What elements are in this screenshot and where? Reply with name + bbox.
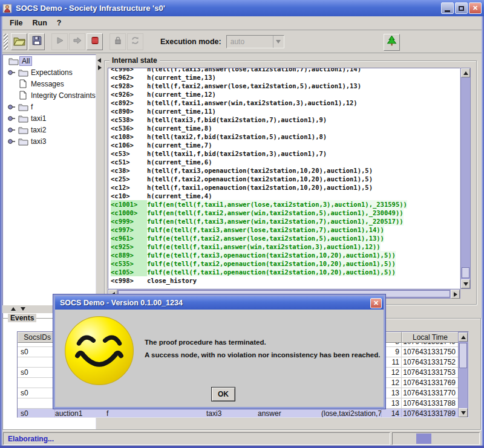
title-bar[interactable]: SOCS Demo - Society Infrastructure 's0' … — [0, 0, 484, 16]
cell-local-time: 1076431331752 — [402, 357, 459, 368]
table-row[interactable]: s0auction1ftaxi3answer(lose,taxi2station… — [18, 409, 459, 418]
log-line: <c536>h(current_time,8) — [111, 124, 460, 132]
scroll-right-button[interactable] — [451, 290, 460, 299]
folder-icon — [17, 126, 29, 134]
collapse-left-icon[interactable] — [97, 58, 101, 63]
column-header-socsids[interactable]: SocsIDs — [18, 332, 55, 343]
dialog-title-bar[interactable]: SOCS Demo - Version 0.1.00_1234 ✕ — [55, 296, 384, 310]
scroll-up-button[interactable] — [459, 333, 468, 342]
menu-file[interactable]: File — [5, 18, 28, 28]
tree-item-label: taxi1 — [29, 114, 48, 123]
execution-mode-value: auto — [227, 37, 273, 46]
tree-item-expectations[interactable]: Expectations — [3, 67, 96, 78]
tree-item-taxi1[interactable]: taxi1 — [3, 112, 96, 124]
log-line-tag: <c928> — [111, 82, 147, 90]
save-button[interactable] — [28, 33, 45, 50]
window-border-right — [482, 16, 484, 448]
cell-local-time: 1076431331749 — [402, 343, 459, 347]
execution-mode-combo[interactable]: auto — [226, 35, 284, 48]
cell-local-time: 1076431331750 — [402, 347, 459, 357]
log-line-tag: <c535> — [111, 259, 147, 268]
maximize-button[interactable] — [455, 2, 468, 14]
log-line-tag: <c38> — [111, 166, 147, 175]
close-button[interactable]: ✕ — [469, 2, 482, 14]
cell-fragment: (lose,taxi2station,7) — [321, 409, 382, 418]
lock-button[interactable] — [110, 33, 126, 50]
tree-button[interactable] — [384, 34, 400, 51]
tree-item-f[interactable]: f — [3, 101, 96, 112]
tree-item-taxi2[interactable]: taxi2 — [3, 124, 96, 135]
scroll-down-button[interactable] — [459, 408, 468, 417]
menu-bar: File Run ? — [1, 16, 483, 30]
log-line: <c996>h(tell(f,taxi3,answer(lose,taxi2st… — [111, 68, 460, 73]
step-button[interactable] — [69, 33, 85, 50]
expand-knob-icon[interactable] — [6, 103, 17, 111]
log-line-tag: <c892> — [111, 99, 147, 107]
minimize-button[interactable] — [441, 2, 454, 14]
internal-state-log[interactable]: <c996>h(tell(f,taxi3,answer(lose,taxi2st… — [108, 68, 460, 289]
expand-knob-icon[interactable] — [6, 115, 17, 122]
status-text: Elaborating... — [4, 435, 54, 443]
expand-knob-icon[interactable] — [6, 138, 17, 145]
log-line: <c25>h(tell(f,taxi2,openauction(taxi2sta… — [111, 175, 460, 183]
tree-icon — [387, 36, 397, 49]
cell-socsid: s0 — [18, 388, 55, 398]
scrollbar-thumb[interactable] — [459, 343, 467, 368]
status-bar: Elaborating... — [0, 432, 484, 446]
tree-item-all[interactable]: All — [3, 55, 96, 67]
toolbar-grip[interactable] — [4, 34, 8, 50]
log-line-tag: <c51> — [111, 158, 147, 166]
expand-knob-icon[interactable] — [6, 126, 17, 134]
folder-icon — [17, 137, 29, 146]
chevron-down-icon[interactable] — [273, 36, 284, 48]
log-line: <c997>fulf(e(tell(f,taxi3,answer(lose,ta… — [111, 226, 460, 234]
log-line: <c51>h(current_time,6) — [111, 158, 460, 166]
tree-item-integrity-constraints[interactable]: Integrity Constraints — [3, 89, 96, 101]
log-line: <c1000>fulf(en(tell(f,taxi2,answer(win,t… — [111, 209, 460, 217]
log-line-tag: <c925> — [111, 242, 147, 251]
log-line-text: fulf(e(tell(f,taxi1,openauction(taxi2sta… — [147, 268, 396, 276]
scroll-up-button[interactable] — [461, 68, 470, 77]
window-controls: ✕ — [441, 2, 482, 14]
log-line-text: close_history — [147, 276, 197, 285]
log-line: <c999>fulf(en(tell(f,taxi3,answer(win,ta… — [111, 217, 460, 226]
dialog-close-button[interactable]: ✕ — [370, 298, 382, 308]
events-vertical-scrollbar[interactable] — [458, 332, 468, 418]
open-button[interactable] — [11, 33, 27, 50]
log-line-text: h(current_time,12) — [147, 90, 216, 99]
expand-knob-icon[interactable] — [6, 69, 17, 76]
window-border-bottom — [0, 446, 484, 448]
events-title: Events — [8, 314, 36, 322]
smiley-icon — [62, 314, 136, 389]
log-line: <c105>fulf(e(tell(f,taxi1,openauction(ta… — [111, 268, 460, 276]
refresh-icon — [130, 36, 140, 48]
log-line-tag: <c999> — [111, 217, 147, 226]
expand-right-icon[interactable] — [98, 65, 102, 70]
log-line-text: fulf(e(tell(f,taxi1,answer(win,taxi2stat… — [147, 242, 381, 251]
log-line: <c926>h(current_time,12) — [111, 90, 460, 99]
tree-item-messages[interactable]: Messages — [3, 78, 96, 89]
play-button[interactable] — [51, 33, 68, 50]
window-title: SOCS Demo - Society Infrastructure 's0' — [16, 4, 165, 13]
scrollbar-thumb[interactable] — [462, 267, 469, 278]
cell-socsid — [18, 357, 55, 368]
collapse-down-icon[interactable] — [21, 307, 25, 311]
column-header-local-time[interactable]: Local Time — [402, 332, 459, 343]
ok-button[interactable]: OK — [211, 387, 235, 401]
scroll-down-button[interactable] — [461, 279, 470, 288]
expand-up-icon[interactable] — [11, 307, 16, 311]
stop-button[interactable] — [87, 33, 103, 50]
internal-state-title: Internal state — [110, 56, 160, 65]
log-line: <c961>fulf(e(tell(f,taxi2,answer(lose,ta… — [111, 234, 460, 242]
cell-middle: auction1ftaxi3answer(lose,taxi2station,7… — [55, 409, 382, 418]
log-line-tag: <c889> — [111, 251, 147, 259]
refresh-button[interactable] — [127, 33, 143, 50]
menu-run[interactable]: Run — [28, 18, 52, 28]
folder-icon — [17, 114, 29, 123]
tree-item-taxi3[interactable]: taxi3 — [3, 135, 96, 147]
log-line: <c38>h(tell(f,taxi3,openauction(taxi2sta… — [111, 166, 460, 175]
internal-state-vertical-scrollbar[interactable] — [460, 68, 471, 289]
menu-help[interactable]: ? — [52, 18, 67, 28]
tree-item-label: f — [29, 103, 34, 111]
window-border-left — [0, 16, 2, 448]
